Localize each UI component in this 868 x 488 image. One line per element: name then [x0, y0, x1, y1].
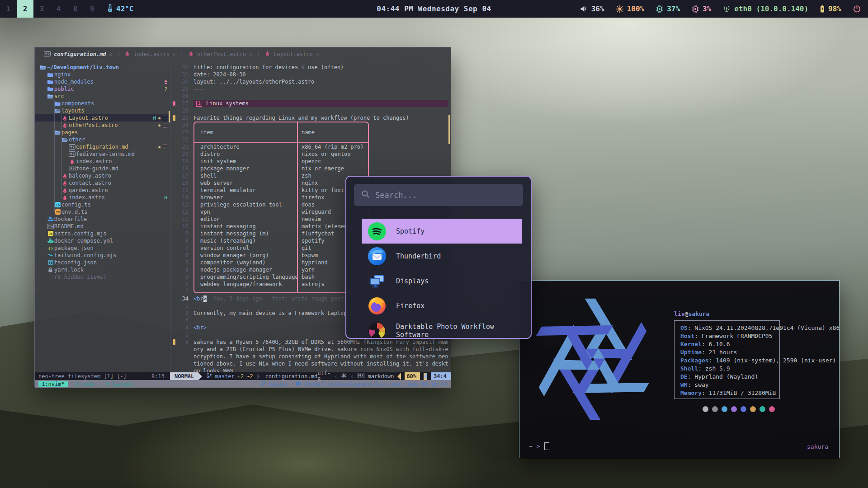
cpu-value: 37%	[667, 5, 680, 13]
hint-mark: H	[164, 195, 167, 201]
markdown-table-row: music (streaming)spotify	[193, 237, 369, 244]
line-text	[193, 122, 451, 129]
launcher-item-displays[interactable]: Displays	[362, 268, 522, 293]
tree-item[interactable]: TStsconfig.json	[35, 259, 170, 266]
tmux-window-2node[interactable]: 2:node-	[75, 381, 98, 387]
tab-close-icon[interactable]: ×	[316, 52, 319, 57]
workspace-button-8[interactable]: 8	[67, 0, 84, 18]
workspace-button-1[interactable]: 1	[0, 0, 17, 18]
tree-item[interactable]: garden.astro	[35, 187, 170, 194]
workspace-button-9[interactable]: 9	[84, 0, 100, 18]
tree-item[interactable]: nginx	[35, 71, 170, 78]
workspace-button-3[interactable]: 3	[33, 0, 50, 18]
markdown-table-row: webdev language/frameworkastrojs	[193, 281, 369, 288]
line-number: 9	[176, 230, 189, 237]
tmux-window-3lazygit[interactable]: 3:lazygit	[105, 381, 134, 387]
statusline-separator: ‹	[350, 373, 354, 380]
tree-item[interactable]: src	[35, 93, 170, 100]
gutter-sign	[172, 78, 176, 85]
search-input[interactable]: Search...	[354, 184, 523, 206]
terminal-window-fetch[interactable]: liv@sakura OS: NixOS 24.11.20240828.71e9…	[519, 280, 840, 458]
tree-item[interactable]: (6 hidden items)	[35, 273, 170, 281]
tree-item[interactable]: docker-compose.yml	[35, 237, 170, 244]
tree-item[interactable]: TSenv.d.ts	[35, 208, 170, 216]
launcher-item-spotify[interactable]: Spotify	[362, 219, 522, 244]
tab-index.astro[interactable]: index.astro×	[120, 47, 180, 61]
svg-text:JS: JS	[48, 232, 52, 236]
shell-prompt[interactable]: ~ >	[529, 442, 549, 450]
speaker-icon	[580, 5, 588, 12]
launcher-item-thunderbird[interactable]: Thunderbird	[362, 244, 522, 268]
git-modified-icon: ●	[158, 116, 160, 120]
md-icon	[68, 144, 76, 150]
tree-item[interactable]: balcony.astro	[35, 172, 170, 179]
tree-item[interactable]: public?	[35, 85, 170, 93]
line-text	[193, 107, 451, 114]
line-text	[193, 93, 451, 100]
folder-icon	[47, 86, 54, 92]
tab-close-icon[interactable]: ×	[173, 52, 176, 57]
prompt-path: ~	[529, 443, 533, 450]
tree-item[interactable]: pages	[35, 129, 170, 136]
fetch-info-label: DE	[680, 373, 688, 380]
table-cell-item: shell	[194, 172, 298, 179]
tree-item[interactable]: layouts	[35, 107, 170, 114]
bar-module-power[interactable]	[853, 5, 861, 13]
tree-item-label: garden.astro	[69, 187, 108, 193]
tree-item[interactable]: {}package.json	[35, 244, 170, 252]
tree-item[interactable]: index.astroH	[35, 194, 170, 201]
astro-icon	[61, 195, 69, 201]
tree-item[interactable]: JSastro.config.mjs	[35, 230, 170, 237]
tree-item[interactable]: README.md	[35, 223, 170, 230]
palette-dot	[750, 406, 756, 412]
tab-close-icon[interactable]: ×	[109, 52, 113, 57]
workspace-button-2[interactable]: 2	[17, 0, 33, 18]
tree-item[interactable]: ~/Development/liv.town	[35, 64, 170, 71]
tree-item[interactable]: other	[35, 136, 170, 143]
tree-item[interactable]: configuration.md●	[35, 143, 170, 150]
table-cell-item: instant messaging (m)	[194, 230, 298, 237]
line-number: 30	[176, 78, 189, 85]
markdown-table-row: vpnwireguard	[193, 208, 369, 216]
tree-item[interactable]: otherPost.astro●	[35, 122, 170, 129]
buffer-scrollbar-thumb[interactable]	[448, 115, 450, 144]
tree-scrollbar-thumb[interactable]	[169, 111, 170, 122]
tree-item[interactable]: contact.astro	[35, 179, 170, 187]
tab-close-icon[interactable]: ×	[249, 52, 252, 57]
tree-item[interactable]: components	[35, 100, 170, 107]
tab-Layout.astro[interactable]: Layout.astro×	[260, 47, 323, 61]
table-cell-item: compositor (wayland)	[194, 259, 298, 266]
tree-item-label: (6 hidden items)	[54, 274, 107, 280]
tree-item[interactable]: index.astro	[35, 158, 170, 165]
gutter-sign	[172, 129, 176, 136]
tree-item[interactable]: TSconfig.ts	[35, 201, 170, 208]
tab-otherPost.astro[interactable]: otherPost.astro×	[184, 47, 257, 61]
line-number: 1	[176, 302, 189, 310]
gpu-value: 3%	[703, 5, 711, 13]
tree-item[interactable]: yarn.lock	[35, 266, 170, 273]
markdown-table-row: compositor (wayland)hyprland	[193, 259, 369, 266]
tab-label: Layout.astro	[274, 51, 313, 57]
workspace-button-4[interactable]: 4	[50, 0, 67, 18]
tree-item[interactable]: fediverse-terms.md	[35, 150, 170, 158]
tree-item[interactable]: tone-guide.md	[35, 165, 170, 172]
neo-tree-panel[interactable]: ~/Development/liv.townnginxnode_modulesE…	[35, 61, 170, 372]
gutter-sign	[172, 208, 176, 216]
tmux-window-1nvim[interactable]: 1:nvim*	[38, 381, 68, 387]
line-number: 17	[176, 172, 189, 179]
launcher-item-firefox[interactable]: Firefox	[362, 293, 522, 318]
tab-configuration.md[interactable]: configuration.md×	[39, 47, 117, 61]
tree-item[interactable]: Dockerfile	[35, 216, 170, 223]
launcher-item-darktable[interactable]: Darktable Photo Workflow Software	[362, 318, 522, 339]
astro-icon	[188, 51, 194, 58]
table-cell-name: nix or emerge	[298, 165, 368, 172]
git-branch-icon	[261, 380, 266, 388]
tree-item[interactable]: Layout.astroH●	[35, 114, 170, 122]
error-mark: E	[164, 79, 167, 85]
tree-item[interactable]: node_modulesE	[35, 78, 170, 85]
gpu-icon	[692, 5, 699, 13]
tree-item[interactable]: tailwind.config.mjs	[35, 252, 170, 259]
tree-item-label: configuration.md	[76, 144, 128, 150]
tree-item-label: nginx	[54, 71, 71, 78]
line-number: 5	[176, 259, 189, 266]
